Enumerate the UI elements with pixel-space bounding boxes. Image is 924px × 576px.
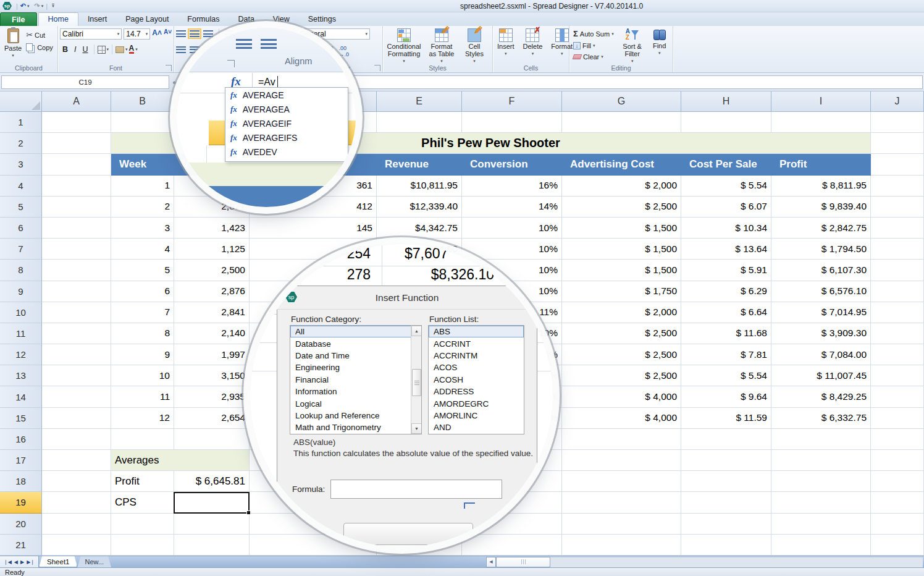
row-header-5[interactable]: 5 bbox=[0, 197, 42, 218]
cell-H16[interactable] bbox=[681, 429, 771, 450]
cell-J1[interactable] bbox=[871, 112, 924, 133]
cell-J11[interactable] bbox=[871, 323, 924, 344]
cell-E1[interactable] bbox=[377, 112, 462, 133]
cell-H13[interactable]: $ 5.54 bbox=[681, 365, 771, 386]
category-item-logical[interactable]: Logical bbox=[290, 397, 421, 409]
function-item-amorlinc[interactable]: AMORLINC bbox=[429, 410, 524, 421]
clear-button[interactable]: Clear▾ bbox=[571, 53, 616, 61]
cell-G21[interactable] bbox=[562, 535, 681, 556]
delete-cells-button[interactable]: ✗ Delete▾ bbox=[521, 27, 545, 59]
cell-B15[interactable]: 12 bbox=[111, 408, 174, 429]
cell-C6[interactable]: 1,423 bbox=[174, 218, 250, 239]
decrease-decimal-button[interactable]: .00→.0 bbox=[339, 45, 350, 57]
cell-I15[interactable]: $ 6,332.75 bbox=[771, 408, 871, 429]
cell-C21[interactable] bbox=[174, 535, 250, 556]
cell-C20[interactable] bbox=[174, 514, 250, 535]
table-header-week[interactable]: Week bbox=[111, 154, 174, 175]
cell-I8[interactable]: $ 6,107.30 bbox=[771, 260, 871, 281]
column-header-I[interactable]: I bbox=[771, 91, 871, 112]
cell-A4[interactable] bbox=[42, 176, 111, 197]
cell-G12[interactable]: $ 2,500 bbox=[562, 344, 681, 365]
cell-J16[interactable] bbox=[871, 429, 924, 450]
cell-B1[interactable] bbox=[111, 112, 174, 133]
cell-B20[interactable] bbox=[111, 514, 174, 535]
cell-G9[interactable]: $ 1,750 bbox=[562, 281, 681, 302]
column-header-H[interactable]: H bbox=[681, 91, 771, 112]
align-bottom-button[interactable] bbox=[203, 30, 213, 37]
cell-J4[interactable] bbox=[871, 176, 924, 197]
cell-F7[interactable]: 10% bbox=[462, 239, 562, 260]
cell-F5[interactable]: 14% bbox=[462, 197, 562, 218]
averages-label-cell[interactable]: Averages bbox=[111, 450, 250, 471]
align-center-button[interactable] bbox=[190, 46, 200, 53]
row-header-13[interactable]: 13 bbox=[0, 365, 42, 386]
cell-I10[interactable]: $ 7,014.95 bbox=[771, 302, 871, 323]
cell-I12[interactable]: $ 7,084.00 bbox=[771, 344, 871, 365]
bold-button[interactable]: B bbox=[60, 44, 70, 55]
category-item-date-and-time[interactable]: Date and Time bbox=[290, 350, 421, 362]
cell-I13[interactable]: $ 11,007.45 bbox=[771, 365, 871, 386]
prev-sheet-icon[interactable]: ◀ bbox=[14, 559, 18, 565]
cell-B7[interactable]: 4 bbox=[111, 239, 174, 260]
dialog-formula-input[interactable] bbox=[330, 480, 502, 499]
formula-text[interactable]: =Av bbox=[258, 77, 275, 88]
autocomplete-item-averageif[interactable]: fxAVERAGEIF bbox=[225, 116, 348, 130]
cell-I16[interactable] bbox=[771, 429, 871, 450]
row-header-8[interactable]: 8 bbox=[0, 260, 42, 281]
ribbon-tab-home[interactable]: Home bbox=[38, 12, 78, 26]
category-item-engineering[interactable]: Engineering bbox=[290, 362, 421, 373]
column-header-J[interactable]: J bbox=[871, 91, 924, 112]
cell-F1[interactable] bbox=[462, 112, 562, 133]
function-list[interactable]: ABSACCRINTACCRINTMACOSACOSHADDRESSAMORDE… bbox=[428, 325, 524, 434]
cell-A10[interactable] bbox=[42, 302, 111, 323]
cell-F21[interactable] bbox=[462, 535, 562, 556]
cell-G1[interactable] bbox=[562, 112, 681, 133]
cell-H11[interactable]: $ 11.68 bbox=[681, 323, 771, 344]
cell-A3[interactable] bbox=[42, 154, 111, 175]
cell-C11[interactable]: 2,140 bbox=[174, 323, 250, 344]
cell-A2[interactable] bbox=[42, 133, 111, 154]
cell-I20[interactable] bbox=[771, 514, 871, 535]
underline-button[interactable]: U bbox=[80, 44, 91, 55]
cell-B8[interactable]: 5 bbox=[111, 260, 174, 281]
cell-H8[interactable]: $ 5.91 bbox=[681, 260, 771, 281]
grow-font-button[interactable]: A˄ bbox=[152, 28, 162, 40]
cell-A14[interactable] bbox=[42, 386, 111, 407]
cell-H14[interactable]: $ 9.64 bbox=[681, 386, 771, 407]
cell-H18[interactable] bbox=[681, 471, 771, 492]
cell-E5[interactable]: $12,339.40 bbox=[377, 197, 462, 218]
cell-H19[interactable] bbox=[681, 492, 771, 513]
cell-C8[interactable]: 2,500 bbox=[174, 260, 250, 281]
cell-C10[interactable]: 2,841 bbox=[174, 302, 250, 323]
cell-F6[interactable]: 10% bbox=[462, 218, 562, 239]
ribbon-tab-page-layout[interactable]: Page Layout bbox=[116, 12, 178, 26]
cell-J8[interactable] bbox=[871, 260, 924, 281]
cell-A11[interactable] bbox=[42, 323, 111, 344]
cell-I21[interactable] bbox=[771, 535, 871, 556]
function-category-list[interactable]: AllDatabaseDate and TimeEngineeringFinan… bbox=[290, 325, 422, 434]
cut-button[interactable]: ✂Cut bbox=[24, 30, 55, 40]
cell-B11[interactable]: 8 bbox=[111, 323, 174, 344]
cell-A17[interactable] bbox=[42, 450, 111, 471]
conditional-formatting-button[interactable]: Conditional Formatting▾ bbox=[385, 27, 423, 66]
cell-A8[interactable] bbox=[42, 260, 111, 281]
cell-A1[interactable] bbox=[42, 112, 111, 133]
find-button[interactable]: Find▾ bbox=[649, 27, 670, 58]
cell-F4[interactable]: 16% bbox=[462, 176, 562, 197]
cell-G13[interactable]: $ 2,500 bbox=[562, 365, 681, 386]
autocomplete-item-averagea[interactable]: fxAVERAGEA bbox=[225, 102, 348, 116]
row-header-17[interactable]: 17 bbox=[0, 450, 42, 471]
row-header-9[interactable]: 9 bbox=[0, 281, 42, 302]
row-header-1[interactable]: 1 bbox=[0, 112, 42, 133]
borders-button[interactable] bbox=[98, 46, 106, 54]
cell-J10[interactable] bbox=[871, 302, 924, 323]
column-header-A[interactable]: A bbox=[42, 91, 111, 112]
row-header-12[interactable]: 12 bbox=[0, 344, 42, 365]
cell-A12[interactable] bbox=[42, 344, 111, 365]
cell-H10[interactable]: $ 6.64 bbox=[681, 302, 771, 323]
cell-A5[interactable] bbox=[42, 197, 111, 218]
cell-I1[interactable] bbox=[771, 112, 871, 133]
scroll-down-icon[interactable]: ▼ bbox=[411, 423, 422, 434]
next-sheet-icon[interactable]: ▶ bbox=[20, 559, 24, 565]
cell-C16[interactable] bbox=[174, 429, 250, 450]
